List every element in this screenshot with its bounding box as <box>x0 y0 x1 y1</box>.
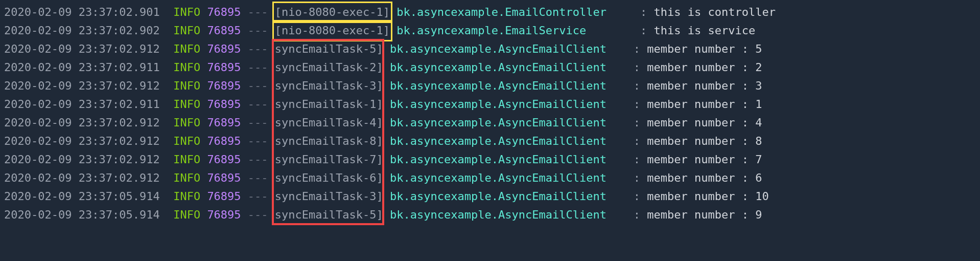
timestamp: 2020-02-09 23:37:02.911 <box>4 95 160 113</box>
log-message: member number : 6 <box>647 169 762 187</box>
log-line: 2020-02-09 23:37:02.911 INFO 76895 --- s… <box>4 58 976 77</box>
log-message: this is controller <box>654 3 776 21</box>
log-level: INFO <box>173 114 200 132</box>
thread-name: syncEmailTask-8] <box>275 132 383 150</box>
log-line: 2020-02-09 23:37:02.912 INFO 76895 --- s… <box>4 114 976 132</box>
timestamp: 2020-02-09 23:37:02.912 <box>4 150 160 168</box>
thread-name: syncEmailTask-3] <box>275 77 383 95</box>
separator: --- <box>248 206 268 224</box>
separator: --- <box>248 132 268 150</box>
timestamp: 2020-02-09 23:37:02.912 <box>4 114 160 132</box>
separator: --- <box>248 187 268 205</box>
separator: --- <box>248 95 268 113</box>
log-message: member number : 3 <box>647 77 762 95</box>
colon: : <box>634 58 640 76</box>
logger-name: bk.asyncexample.AsyncEmailClient <box>390 187 634 205</box>
thread-name: syncEmailTask-4] <box>275 114 383 132</box>
log-output: 2020-02-09 23:37:02.901 INFO 76895 --- [… <box>4 3 976 224</box>
colon: : <box>634 169 640 187</box>
separator: --- <box>248 169 268 187</box>
colon: : <box>640 21 647 39</box>
timestamp: 2020-02-09 23:37:02.912 <box>4 40 160 58</box>
logger-name: bk.asyncexample.EmailService <box>396 21 640 39</box>
timestamp: 2020-02-09 23:37:05.914 <box>4 187 160 205</box>
log-line: 2020-02-09 23:37:02.912 INFO 76895 --- s… <box>4 40 976 58</box>
pid: 76895 <box>207 114 241 132</box>
log-level: INFO <box>173 169 200 187</box>
log-message: member number : 4 <box>647 114 762 132</box>
logger-name: bk.asyncexample.AsyncEmailClient <box>390 169 634 187</box>
log-message: member number : 5 <box>647 40 762 58</box>
thread-name: syncEmailTask-2] <box>275 58 383 76</box>
separator: --- <box>248 150 268 168</box>
log-level: INFO <box>173 132 200 150</box>
thread-name: syncEmailTask-6] <box>275 169 383 187</box>
pid: 76895 <box>207 58 241 76</box>
colon: : <box>634 114 640 132</box>
colon: : <box>634 187 640 205</box>
logger-name: bk.asyncexample.AsyncEmailClient <box>390 132 634 150</box>
timestamp: 2020-02-09 23:37:02.901 <box>4 3 160 21</box>
log-message: member number : 8 <box>647 132 762 150</box>
log-level: INFO <box>173 150 200 168</box>
timestamp: 2020-02-09 23:37:05.914 <box>4 206 160 224</box>
log-line: 2020-02-09 23:37:05.914 INFO 76895 --- s… <box>4 187 976 206</box>
log-line: 2020-02-09 23:37:02.912 INFO 76895 --- s… <box>4 132 976 150</box>
timestamp: 2020-02-09 23:37:02.911 <box>4 58 160 76</box>
timestamp: 2020-02-09 23:37:02.912 <box>4 77 160 95</box>
log-message: this is service <box>654 21 756 39</box>
log-line: 2020-02-09 23:37:02.911 INFO 76895 --- s… <box>4 95 976 114</box>
log-line: 2020-02-09 23:37:02.912 INFO 76895 --- s… <box>4 169 976 187</box>
colon: : <box>634 150 640 168</box>
thread-name: syncEmailTask-1] <box>275 95 383 113</box>
colon: : <box>634 132 640 150</box>
colon: : <box>634 40 640 58</box>
timestamp: 2020-02-09 23:37:02.912 <box>4 132 160 150</box>
pid: 76895 <box>207 21 241 39</box>
colon: : <box>634 77 640 95</box>
pid: 76895 <box>207 206 241 224</box>
log-line: 2020-02-09 23:37:02.912 INFO 76895 --- s… <box>4 77 976 95</box>
thread-name: [nio-8080-exec-1] <box>272 20 392 41</box>
separator: --- <box>248 21 268 39</box>
colon: : <box>634 95 640 113</box>
pid: 76895 <box>207 169 241 187</box>
logger-name: bk.asyncexample.AsyncEmailClient <box>390 150 634 168</box>
separator: --- <box>248 3 268 21</box>
separator: --- <box>248 114 268 132</box>
thread-name: syncEmailTask-3] <box>275 187 383 205</box>
log-line: 2020-02-09 23:37:02.902 INFO 76895 --- [… <box>4 21 976 40</box>
logger-name: bk.asyncexample.AsyncEmailClient <box>390 114 634 132</box>
log-level: INFO <box>173 206 200 224</box>
log-level: INFO <box>173 3 200 21</box>
log-message: member number : 1 <box>647 95 762 113</box>
log-line: 2020-02-09 23:37:05.914 INFO 76895 --- s… <box>4 206 976 224</box>
timestamp: 2020-02-09 23:37:02.902 <box>4 21 160 39</box>
pid: 76895 <box>207 132 241 150</box>
separator: --- <box>248 40 268 58</box>
log-line: 2020-02-09 23:37:02.912 INFO 76895 --- s… <box>4 150 976 169</box>
pid: 76895 <box>207 3 241 21</box>
logger-name: bk.asyncexample.AsyncEmailClient <box>390 77 634 95</box>
logger-name: bk.asyncexample.AsyncEmailClient <box>390 206 634 224</box>
thread-name: syncEmailTask-5] <box>275 206 383 224</box>
log-level: INFO <box>173 187 200 205</box>
colon: : <box>640 3 647 21</box>
logger-name: bk.asyncexample.AsyncEmailClient <box>390 58 634 76</box>
logger-name: bk.asyncexample.AsyncEmailClient <box>390 40 634 58</box>
pid: 76895 <box>207 77 241 95</box>
log-message: member number : 9 <box>647 206 762 224</box>
log-message: member number : 10 <box>647 187 768 205</box>
separator: --- <box>248 58 268 76</box>
thread-name: syncEmailTask-7] <box>275 150 383 168</box>
timestamp: 2020-02-09 23:37:02.912 <box>4 169 160 187</box>
colon: : <box>634 206 640 224</box>
thread-name: syncEmailTask-5] <box>275 40 383 58</box>
log-level: INFO <box>173 95 200 113</box>
log-level: INFO <box>173 21 200 39</box>
pid: 76895 <box>207 150 241 168</box>
log-level: INFO <box>173 77 200 95</box>
logger-name: bk.asyncexample.AsyncEmailClient <box>390 95 634 113</box>
thread-name: [nio-8080-exec-1] <box>272 2 392 23</box>
pid: 76895 <box>207 40 241 58</box>
